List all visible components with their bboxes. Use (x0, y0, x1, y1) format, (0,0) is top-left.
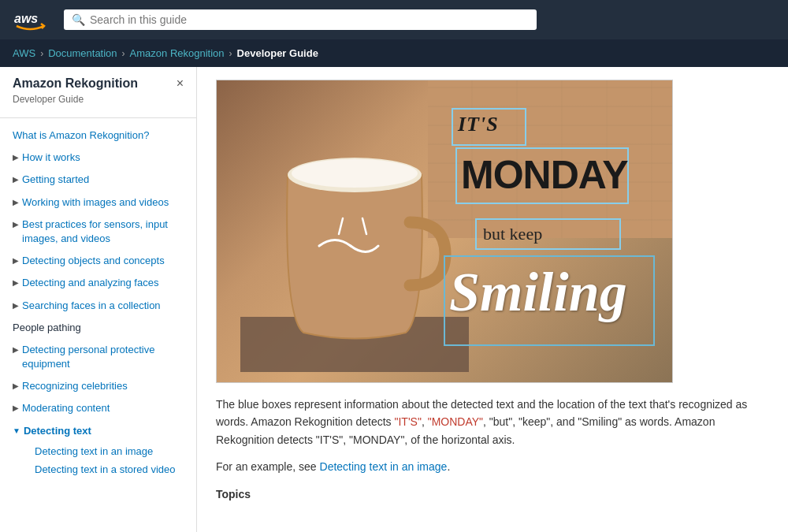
chevron-right-icon: ▶ (13, 174, 19, 185)
breadcrumb-sep-2: › (122, 48, 125, 59)
chevron-right-icon: ▶ (13, 197, 19, 208)
sidebar-item-what-is[interactable]: What is Amazon Rekognition? (0, 125, 196, 147)
sidebar-item-getting-started[interactable]: ▶ Getting started (0, 169, 196, 191)
coffee-image: IT'S MONDAY but keep Smiling (216, 80, 673, 383)
chevron-right-icon: ▶ (13, 403, 19, 414)
butkeep-text: but keep (483, 224, 542, 244)
sidebar-item-best-practices[interactable]: ▶ Best practices for sensors, input imag… (0, 214, 196, 250)
sidebar-item-working-with[interactable]: ▶ Working with images and videos (0, 192, 196, 214)
chevron-right-icon: ▶ (13, 255, 19, 266)
search-input[interactable] (90, 13, 529, 26)
sidebar-close-button[interactable]: × (177, 76, 184, 91)
breadcrumb-current: Developer Guide (237, 47, 318, 59)
butkeep-bbox: but keep (475, 218, 621, 250)
sidebar-item-detecting-text-video[interactable]: Detecting text in a stored video (22, 460, 196, 478)
search-icon: 🔍 (72, 13, 85, 26)
content-image-area: IT'S MONDAY but keep Smiling (197, 67, 788, 383)
breadcrumb-aws[interactable]: AWS (13, 47, 35, 59)
its-text: IT'S (458, 113, 499, 136)
detecting-text-link[interactable]: Detecting text in an image (320, 460, 448, 473)
main-layout: Amazon Rekognition × Developer Guide Wha… (0, 67, 788, 532)
sidebar-item-detecting-ppe[interactable]: ▶ Detecting personal protective equipmen… (0, 339, 196, 375)
chevron-down-icon: ▼ (13, 426, 20, 437)
sidebar-title: Amazon Rekognition (13, 76, 138, 91)
content-text: The blue boxes represent information abo… (197, 383, 788, 525)
smiling-bbox: Smiling (444, 255, 655, 346)
svg-text:aws: aws (14, 12, 38, 25)
chevron-right-icon: ▶ (13, 381, 19, 392)
highlight-monday: "MONDAY" (428, 415, 483, 428)
sidebar: Amazon Rekognition × Developer Guide Wha… (0, 67, 196, 532)
breadcrumb-sep-3: › (229, 48, 232, 59)
sidebar-item-how-it-works[interactable]: ▶ How it works (0, 147, 196, 169)
monday-text: MONDAY (461, 152, 628, 198)
content-paragraph-2: For an example, see Detecting text in an… (216, 458, 769, 475)
breadcrumb-rekognition[interactable]: Amazon Rekognition (130, 47, 225, 59)
content-area: IT'S MONDAY but keep Smiling The blue bo… (197, 67, 788, 532)
svg-point-3 (292, 159, 418, 188)
sidebar-item-detecting-text[interactable]: ▼ Detecting text (0, 420, 196, 442)
sidebar-divider (0, 117, 196, 118)
smiling-text: Smiling (449, 261, 627, 324)
sidebar-item-searching-faces[interactable]: ▶ Searching faces in a collection (0, 295, 196, 317)
sidebar-item-detecting-faces[interactable]: ▶ Detecting and analyzing faces (0, 272, 196, 294)
sidebar-subtitle: Developer Guide (0, 94, 196, 114)
sidebar-item-detecting-objects[interactable]: ▶ Detecting objects and concepts (0, 250, 196, 272)
chevron-right-icon: ▶ (13, 152, 19, 163)
detecting-text-subitems: Detecting text in an image Detecting tex… (0, 442, 196, 478)
sidebar-item-detecting-text-image[interactable]: Detecting text in an image (22, 442, 196, 460)
aws-logo-svg: aws (13, 9, 48, 31)
its-bbox: IT'S (452, 108, 526, 146)
sidebar-item-people-pathing[interactable]: People pathing (0, 317, 196, 339)
search-box[interactable]: 🔍 (64, 9, 537, 30)
breadcrumb-sep-1: › (40, 48, 43, 59)
chevron-right-icon: ▶ (13, 219, 19, 230)
aws-logo[interactable]: aws (13, 9, 48, 31)
chevron-right-icon: ▶ (13, 277, 19, 288)
topics-heading: Topics (216, 485, 769, 503)
sidebar-item-moderating[interactable]: ▶ Moderating content (0, 397, 196, 419)
chevron-right-icon: ▶ (13, 344, 19, 355)
sidebar-header: Amazon Rekognition × (0, 76, 196, 94)
top-navigation: aws 🔍 (0, 0, 788, 39)
sidebar-item-celebrities[interactable]: ▶ Recognizing celebrities (0, 375, 196, 397)
chevron-right-icon: ▶ (13, 300, 19, 311)
content-paragraph-1: The blue boxes represent information abo… (216, 396, 769, 448)
breadcrumb-documentation[interactable]: Documentation (48, 47, 117, 59)
breadcrumb-bar: AWS › Documentation › Amazon Rekognition… (0, 39, 788, 67)
sidebar-wrapper: Amazon Rekognition × Developer Guide Wha… (0, 67, 197, 532)
monday-bbox: MONDAY (455, 147, 629, 204)
highlight-its: "IT'S" (394, 415, 421, 428)
coffee-cup-svg (240, 96, 469, 372)
